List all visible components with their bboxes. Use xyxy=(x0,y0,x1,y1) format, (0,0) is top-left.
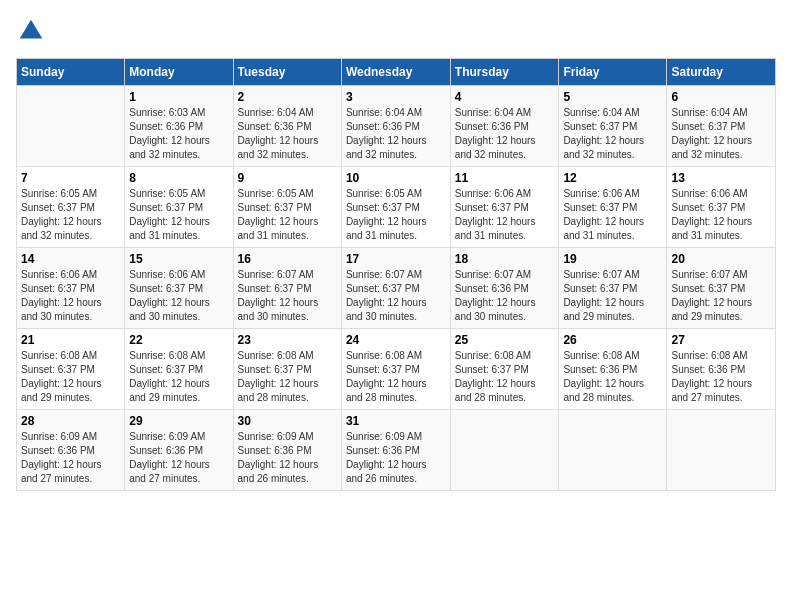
logo-icon xyxy=(16,16,46,46)
calendar-table: SundayMondayTuesdayWednesdayThursdayFrid… xyxy=(16,58,776,491)
day-info: Sunrise: 6:09 AM Sunset: 6:36 PM Dayligh… xyxy=(129,430,228,486)
day-info: Sunrise: 6:08 AM Sunset: 6:37 PM Dayligh… xyxy=(455,349,555,405)
calendar-cell: 12Sunrise: 6:06 AM Sunset: 6:37 PM Dayli… xyxy=(559,167,667,248)
calendar-cell: 8Sunrise: 6:05 AM Sunset: 6:37 PM Daylig… xyxy=(125,167,233,248)
weekday-header-tuesday: Tuesday xyxy=(233,59,341,86)
calendar-cell: 19Sunrise: 6:07 AM Sunset: 6:37 PM Dayli… xyxy=(559,248,667,329)
calendar-cell: 7Sunrise: 6:05 AM Sunset: 6:37 PM Daylig… xyxy=(17,167,125,248)
day-number: 13 xyxy=(671,171,771,185)
calendar-cell: 20Sunrise: 6:07 AM Sunset: 6:37 PM Dayli… xyxy=(667,248,776,329)
day-number: 22 xyxy=(129,333,228,347)
day-number: 29 xyxy=(129,414,228,428)
day-info: Sunrise: 6:08 AM Sunset: 6:37 PM Dayligh… xyxy=(129,349,228,405)
calendar-cell: 6Sunrise: 6:04 AM Sunset: 6:37 PM Daylig… xyxy=(667,86,776,167)
day-number: 25 xyxy=(455,333,555,347)
day-number: 5 xyxy=(563,90,662,104)
calendar-cell xyxy=(17,86,125,167)
weekday-header-friday: Friday xyxy=(559,59,667,86)
day-number: 6 xyxy=(671,90,771,104)
day-info: Sunrise: 6:05 AM Sunset: 6:37 PM Dayligh… xyxy=(346,187,446,243)
calendar-cell xyxy=(559,410,667,491)
day-info: Sunrise: 6:08 AM Sunset: 6:37 PM Dayligh… xyxy=(238,349,337,405)
calendar-cell: 1Sunrise: 6:03 AM Sunset: 6:36 PM Daylig… xyxy=(125,86,233,167)
day-info: Sunrise: 6:04 AM Sunset: 6:36 PM Dayligh… xyxy=(238,106,337,162)
day-info: Sunrise: 6:07 AM Sunset: 6:37 PM Dayligh… xyxy=(346,268,446,324)
day-info: Sunrise: 6:04 AM Sunset: 6:37 PM Dayligh… xyxy=(671,106,771,162)
week-row-5: 28Sunrise: 6:09 AM Sunset: 6:36 PM Dayli… xyxy=(17,410,776,491)
calendar-cell xyxy=(667,410,776,491)
calendar-cell: 23Sunrise: 6:08 AM Sunset: 6:37 PM Dayli… xyxy=(233,329,341,410)
day-number: 27 xyxy=(671,333,771,347)
week-row-3: 14Sunrise: 6:06 AM Sunset: 6:37 PM Dayli… xyxy=(17,248,776,329)
calendar-cell: 25Sunrise: 6:08 AM Sunset: 6:37 PM Dayli… xyxy=(450,329,559,410)
day-info: Sunrise: 6:05 AM Sunset: 6:37 PM Dayligh… xyxy=(21,187,120,243)
calendar-cell: 3Sunrise: 6:04 AM Sunset: 6:36 PM Daylig… xyxy=(341,86,450,167)
day-number: 14 xyxy=(21,252,120,266)
day-number: 19 xyxy=(563,252,662,266)
day-info: Sunrise: 6:06 AM Sunset: 6:37 PM Dayligh… xyxy=(21,268,120,324)
day-number: 10 xyxy=(346,171,446,185)
day-info: Sunrise: 6:09 AM Sunset: 6:36 PM Dayligh… xyxy=(21,430,120,486)
day-info: Sunrise: 6:06 AM Sunset: 6:37 PM Dayligh… xyxy=(563,187,662,243)
day-number: 21 xyxy=(21,333,120,347)
calendar-cell: 28Sunrise: 6:09 AM Sunset: 6:36 PM Dayli… xyxy=(17,410,125,491)
calendar-cell: 11Sunrise: 6:06 AM Sunset: 6:37 PM Dayli… xyxy=(450,167,559,248)
calendar-cell: 22Sunrise: 6:08 AM Sunset: 6:37 PM Dayli… xyxy=(125,329,233,410)
week-row-4: 21Sunrise: 6:08 AM Sunset: 6:37 PM Dayli… xyxy=(17,329,776,410)
day-number: 7 xyxy=(21,171,120,185)
day-number: 24 xyxy=(346,333,446,347)
day-number: 1 xyxy=(129,90,228,104)
calendar-cell: 5Sunrise: 6:04 AM Sunset: 6:37 PM Daylig… xyxy=(559,86,667,167)
calendar-cell: 21Sunrise: 6:08 AM Sunset: 6:37 PM Dayli… xyxy=(17,329,125,410)
week-row-2: 7Sunrise: 6:05 AM Sunset: 6:37 PM Daylig… xyxy=(17,167,776,248)
calendar-cell: 9Sunrise: 6:05 AM Sunset: 6:37 PM Daylig… xyxy=(233,167,341,248)
weekday-header-saturday: Saturday xyxy=(667,59,776,86)
calendar-cell: 17Sunrise: 6:07 AM Sunset: 6:37 PM Dayli… xyxy=(341,248,450,329)
calendar-cell: 14Sunrise: 6:06 AM Sunset: 6:37 PM Dayli… xyxy=(17,248,125,329)
day-info: Sunrise: 6:06 AM Sunset: 6:37 PM Dayligh… xyxy=(129,268,228,324)
day-number: 26 xyxy=(563,333,662,347)
calendar-cell: 27Sunrise: 6:08 AM Sunset: 6:36 PM Dayli… xyxy=(667,329,776,410)
weekday-header-monday: Monday xyxy=(125,59,233,86)
day-number: 8 xyxy=(129,171,228,185)
weekday-header-sunday: Sunday xyxy=(17,59,125,86)
day-number: 31 xyxy=(346,414,446,428)
day-number: 23 xyxy=(238,333,337,347)
day-info: Sunrise: 6:07 AM Sunset: 6:37 PM Dayligh… xyxy=(671,268,771,324)
day-info: Sunrise: 6:06 AM Sunset: 6:37 PM Dayligh… xyxy=(671,187,771,243)
day-info: Sunrise: 6:07 AM Sunset: 6:37 PM Dayligh… xyxy=(563,268,662,324)
day-info: Sunrise: 6:06 AM Sunset: 6:37 PM Dayligh… xyxy=(455,187,555,243)
day-number: 2 xyxy=(238,90,337,104)
day-info: Sunrise: 6:03 AM Sunset: 6:36 PM Dayligh… xyxy=(129,106,228,162)
day-number: 11 xyxy=(455,171,555,185)
day-info: Sunrise: 6:08 AM Sunset: 6:36 PM Dayligh… xyxy=(671,349,771,405)
day-number: 18 xyxy=(455,252,555,266)
svg-marker-0 xyxy=(20,20,43,39)
weekday-header-wednesday: Wednesday xyxy=(341,59,450,86)
calendar-cell: 24Sunrise: 6:08 AM Sunset: 6:37 PM Dayli… xyxy=(341,329,450,410)
calendar-cell: 15Sunrise: 6:06 AM Sunset: 6:37 PM Dayli… xyxy=(125,248,233,329)
weekday-header-thursday: Thursday xyxy=(450,59,559,86)
calendar-cell: 18Sunrise: 6:07 AM Sunset: 6:36 PM Dayli… xyxy=(450,248,559,329)
calendar-cell: 26Sunrise: 6:08 AM Sunset: 6:36 PM Dayli… xyxy=(559,329,667,410)
day-number: 9 xyxy=(238,171,337,185)
day-number: 17 xyxy=(346,252,446,266)
calendar-cell: 10Sunrise: 6:05 AM Sunset: 6:37 PM Dayli… xyxy=(341,167,450,248)
day-info: Sunrise: 6:07 AM Sunset: 6:36 PM Dayligh… xyxy=(455,268,555,324)
week-row-1: 1Sunrise: 6:03 AM Sunset: 6:36 PM Daylig… xyxy=(17,86,776,167)
day-number: 28 xyxy=(21,414,120,428)
day-info: Sunrise: 6:05 AM Sunset: 6:37 PM Dayligh… xyxy=(238,187,337,243)
day-info: Sunrise: 6:09 AM Sunset: 6:36 PM Dayligh… xyxy=(238,430,337,486)
calendar-cell: 16Sunrise: 6:07 AM Sunset: 6:37 PM Dayli… xyxy=(233,248,341,329)
calendar-cell: 13Sunrise: 6:06 AM Sunset: 6:37 PM Dayli… xyxy=(667,167,776,248)
calendar-cell: 2Sunrise: 6:04 AM Sunset: 6:36 PM Daylig… xyxy=(233,86,341,167)
calendar-cell: 4Sunrise: 6:04 AM Sunset: 6:36 PM Daylig… xyxy=(450,86,559,167)
day-info: Sunrise: 6:05 AM Sunset: 6:37 PM Dayligh… xyxy=(129,187,228,243)
day-number: 30 xyxy=(238,414,337,428)
day-info: Sunrise: 6:07 AM Sunset: 6:37 PM Dayligh… xyxy=(238,268,337,324)
calendar-cell xyxy=(450,410,559,491)
page-header xyxy=(16,16,776,46)
day-number: 16 xyxy=(238,252,337,266)
day-info: Sunrise: 6:04 AM Sunset: 6:37 PM Dayligh… xyxy=(563,106,662,162)
day-info: Sunrise: 6:04 AM Sunset: 6:36 PM Dayligh… xyxy=(455,106,555,162)
